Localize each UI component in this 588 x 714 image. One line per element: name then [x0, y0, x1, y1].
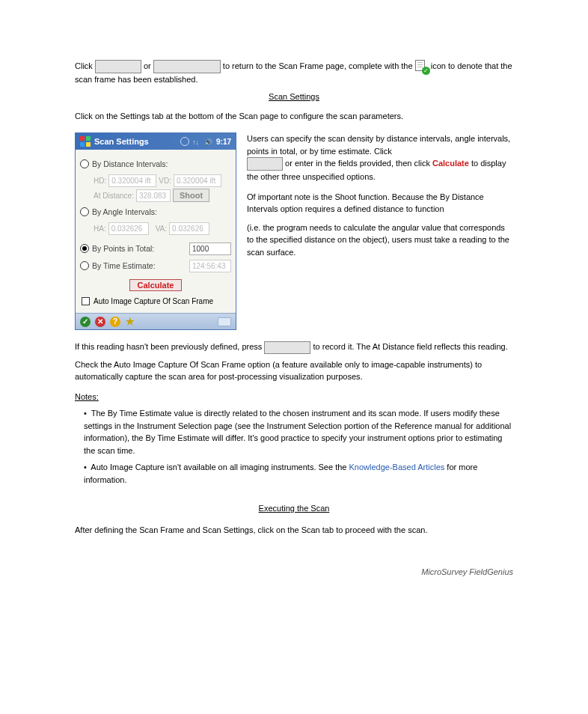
keyboard-icon[interactable] — [218, 317, 231, 326]
radio-icon[interactable] — [80, 207, 89, 216]
text: or enter in the fields provided, then cl… — [285, 159, 432, 168]
placeholder-btn-3 — [247, 157, 283, 171]
help-icon[interactable]: ? — [110, 317, 120, 327]
content-row: Scan Settings 9:17 By Distance Intervals… — [75, 132, 513, 330]
placeholder-btn-1 — [95, 60, 141, 73]
checklist-icon: ✓ — [415, 60, 429, 73]
vd-label: VD: — [159, 177, 171, 185]
ha-label: HA: — [94, 225, 106, 233]
text: Auto Image Capture isn't available on al… — [91, 463, 346, 472]
vd-field: 0.320004 ift — [174, 174, 221, 187]
device-bottombar: ✓ ✕ ? ★ — [76, 313, 236, 329]
option-angle-intervals[interactable]: By Angle Intervals: — [80, 204, 231, 219]
device-titlebar: Scan Settings 9:17 — [76, 133, 236, 150]
hd-vd-row: HD: 0.320004 ift VD: 0.320004 ift — [94, 174, 231, 187]
atdist-field: 328.083 — [136, 189, 171, 202]
status-icon — [180, 137, 189, 146]
at-distance-row: At Distance: 328.083 Shoot — [94, 189, 231, 202]
device-title: Scan Settings — [94, 137, 149, 146]
section-desc: Click on the Settings tab at the bottom … — [75, 110, 513, 123]
auto-capture-row[interactable]: Auto Image Capture Of Scan Frame — [82, 297, 231, 305]
ha-va-row: HA: 0.032626 VA: 0.032626 — [94, 222, 231, 235]
option-time-estimate[interactable]: By Time Estimate: 124:56:43 — [80, 258, 231, 273]
text: Check the Auto Image Capture Of Scan Fra… — [75, 358, 513, 383]
text: or — [144, 61, 153, 70]
device-pane: By Distance Intervals: HD: 0.320004 ift … — [76, 150, 236, 313]
va-field: 0.032626 — [169, 222, 209, 235]
device-screenshot: Scan Settings 9:17 By Distance Intervals… — [75, 132, 236, 330]
text: Click — [75, 61, 95, 70]
speaker-icon — [204, 137, 213, 146]
option-points-total[interactable]: By Points in Total: 1000 — [80, 241, 231, 256]
cancel-icon[interactable]: ✕ — [95, 317, 105, 327]
points-field[interactable]: 1000 — [189, 242, 231, 255]
hd-label: HD: — [94, 177, 106, 185]
side-column: Users can specify the scan density by di… — [247, 132, 513, 258]
radio-label: By Points in Total: — [92, 244, 186, 253]
sync-icon — [192, 137, 201, 146]
calculate-row: Calculate — [80, 279, 231, 291]
section-heading-executing: Executing the Scan — [171, 502, 417, 515]
placeholder-btn-2 — [153, 60, 221, 73]
notes-heading: Notes: — [75, 392, 99, 401]
radio-icon[interactable] — [80, 261, 89, 270]
checkbox-icon[interactable] — [82, 297, 90, 305]
page-footer: MicroSurvey FieldGenius — [75, 566, 513, 579]
text: Users can specify the scan density by di… — [247, 134, 510, 156]
radio-label: By Time Estimate: — [92, 261, 186, 270]
windows-flag-icon — [80, 136, 91, 147]
radio-label: By Distance Intervals: — [92, 159, 168, 168]
radio-label: By Angle Intervals: — [92, 207, 157, 216]
placeholder-btn-4 — [264, 341, 310, 354]
shoot-button[interactable]: Shoot — [173, 189, 209, 202]
option-distance-intervals[interactable]: By Distance Intervals: — [80, 156, 231, 171]
section-heading-scan-settings: Scan Settings — [171, 92, 417, 101]
text: (i.e. the program needs to calculate the… — [247, 222, 513, 259]
time-field: 124:56:43 — [189, 260, 231, 272]
bold-term: By Time Estimate — [108, 409, 172, 418]
after-device-text: If this reading hasn't been previously d… — [75, 341, 513, 579]
ok-icon[interactable]: ✓ — [80, 317, 91, 327]
bold-term-repeat: By Time Estimate — [146, 433, 210, 442]
document-page: Click or to return to the Scan Frame pag… — [0, 0, 588, 643]
va-label: VA: — [156, 225, 167, 233]
device-time: 9:17 — [216, 138, 231, 146]
exec-desc: After defining the Scan Frame and Scan S… — [75, 524, 513, 537]
kb-link[interactable]: Knowledge-Based Articles — [349, 463, 445, 472]
ha-field: 0.032626 — [108, 222, 149, 235]
radio-icon-checked[interactable] — [80, 244, 89, 253]
calculate-red-text: Calculate — [432, 159, 469, 168]
atdist-label: At Distance: — [94, 192, 134, 200]
hd-field: 0.320004 ift — [108, 174, 156, 187]
radio-icon[interactable] — [80, 159, 89, 168]
text: to return to the Scan Frame page, comple… — [223, 61, 415, 70]
text: Of important note is the Shoot function.… — [247, 191, 513, 216]
star-icon[interactable]: ★ — [125, 317, 135, 327]
text: The — [91, 409, 108, 418]
text: If this reading hasn't been previously d… — [75, 342, 264, 351]
intro-para: Click or to return to the Scan Frame pag… — [75, 60, 513, 86]
text: to record it. The At Distance field refl… — [313, 342, 507, 351]
checkbox-label: Auto Image Capture Of Scan Frame — [94, 297, 213, 305]
calculate-button[interactable]: Calculate — [129, 279, 183, 291]
